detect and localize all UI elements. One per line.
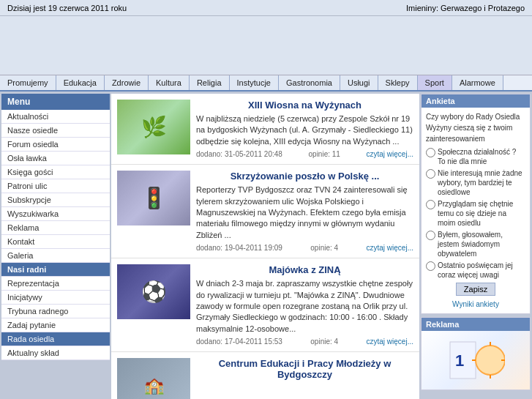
nav-tabs: Promujemy Edukacja Zdrowie Kultura Relig…: [0, 75, 532, 92]
sidebar-item-osla-lawka[interactable]: Osła ławka: [1, 152, 110, 165]
article-2-text: Reporterzy TVP Bydgoszcz oraz TVN 24 zai…: [196, 184, 413, 241]
svg-point-2: [476, 346, 505, 375]
ankieta-option-2: Przyglądam się chętnie temu co się dziej…: [426, 199, 525, 228]
article-3-opinions: opinie: 4: [310, 338, 338, 346]
sidebar-item-reklama[interactable]: Reklama: [1, 221, 110, 235]
ankieta-body: Czy wybory do Rady Osiedla Wyżyny cieszą…: [422, 108, 530, 313]
sidebar-item-ksiega-gosci[interactable]: Księga gości: [1, 165, 110, 179]
article-2-thumb: 🚦: [117, 171, 190, 225]
article-3-meta: dodano: 17-04-2011 15:53 opinie: 4 czyta…: [196, 338, 413, 346]
tab-uslugi[interactable]: Usługi: [340, 75, 378, 90]
article-3-title[interactable]: Majówka z ZINĄ: [196, 264, 413, 275]
sidebar-item-rada-osiedla[interactable]: Rada osiedla: [1, 332, 110, 346]
sidebar-item-reprezentacja[interactable]: Reprezentacja: [1, 277, 110, 291]
tab-promujemy[interactable]: Promujemy: [0, 75, 56, 90]
ankieta-radio-0[interactable]: [426, 148, 435, 157]
ankieta-radio-3[interactable]: [426, 231, 435, 240]
sidebar-item-subskrypcje[interactable]: Subskrypcje: [1, 193, 110, 207]
sidebar-item-aktualnosci[interactable]: Aktualności: [1, 110, 110, 124]
header-date-link[interactable]: 19 czerwca 2011 roku: [48, 4, 127, 12]
sidebar-item-patroni-ulic[interactable]: Patroni ulic: [1, 179, 110, 193]
reklama-widget: Reklama 1: [421, 317, 531, 390]
reklama-box[interactable]: 1: [422, 331, 530, 389]
header-nameday: Imieniny: Gerwazego i Protazego: [406, 4, 525, 12]
article-1-thumb: 🌿: [117, 100, 190, 154]
sidebar-item-zadaj-pytanie[interactable]: Zadaj pytanie: [1, 318, 110, 332]
ankieta-option-4: Ostatnio poświęcam jej coraz więcej uwag…: [426, 261, 525, 280]
ankieta-question: Czy wybory do Rady Osiedla Wyżyny cieszą…: [426, 111, 525, 144]
wyniki-link[interactable]: Wyniki ankiety: [426, 299, 525, 310]
article-1-thumb-img: 🌿: [117, 100, 190, 154]
article-2-meta: dodano: 19-04-2011 19:09 opinie: 4 czyta…: [196, 244, 413, 252]
article-4-title[interactable]: Centrum Edukacji i Pracy Młodzieży w Byd…: [196, 358, 413, 380]
sidebar-item-wyszukiwarka[interactable]: Wyszukiwarka: [1, 207, 110, 221]
article-3: ⚽ Majówka z ZINĄ W dniach 2-3 maja br. z…: [111, 258, 419, 352]
article-1-title[interactable]: XIII Wiosna na Wyżynach: [196, 100, 413, 111]
article-2: 🚦 Skrzyżowanie poszło w Polskę ... Repor…: [111, 165, 419, 258]
article-2-date: dodano: 19-04-2011 19:09: [196, 244, 282, 252]
ankieta-option-0: Społeczna działalność ? To nie dla mnie: [426, 147, 525, 166]
article-1: 🌿 XIII Wiosna na Wyżynach W najbliższą n…: [111, 94, 419, 165]
tab-religia[interactable]: Religia: [190, 75, 230, 90]
article-2-opinions: opinie: 4: [310, 244, 338, 252]
article-3-content: Majówka z ZINĄ W dniach 2-3 maja br. zap…: [196, 264, 413, 346]
content-area: 🌿 XIII Wiosna na Wyżynach W najbliższą n…: [111, 94, 419, 399]
article-2-read-more[interactable]: czytaj więcej...: [367, 244, 413, 252]
sidebar-menu-header: Menu: [1, 94, 110, 110]
nameday-link[interactable]: Gerwazego i Protazego: [441, 4, 525, 12]
article-3-thumb: ⚽: [117, 264, 190, 319]
article-4-content: Centrum Edukacji i Pracy Młodzieży w Byd…: [196, 358, 413, 399]
banner-area: [0, 16, 532, 75]
sidebar-item-kontakt[interactable]: Kontakt: [1, 235, 110, 249]
tab-gastronomia[interactable]: Gastronomia: [279, 75, 340, 90]
page-header: Dzisiaj jest 19 czerwca 2011 roku Imieni…: [0, 0, 532, 16]
svg-text:1: 1: [455, 351, 464, 370]
tab-zdrowie[interactable]: Zdrowie: [105, 75, 149, 90]
reklama-header: Reklama: [422, 318, 530, 331]
reklama-graphic: 1: [446, 338, 505, 382]
article-3-read-more[interactable]: czytaj więcej...: [367, 338, 413, 346]
article-3-text: W dniach 2-3 maja br. zapraszamy wszystk…: [196, 278, 413, 335]
sidebar-item-trybuna-radnego[interactable]: Trybuna radnego: [1, 305, 110, 318]
article-2-content: Skrzyżowanie poszło w Polskę ... Reporte…: [196, 171, 413, 252]
sidebar-item-galeria[interactable]: Galeria: [1, 249, 110, 263]
tab-alarmowe[interactable]: Alarmowe: [452, 75, 503, 90]
article-1-read-more[interactable]: czytaj więcej...: [367, 150, 413, 158]
article-1-opinions: opinie: 11: [309, 150, 340, 158]
ankieta-radio-2[interactable]: [426, 200, 435, 209]
ankieta-option-1: Nie interesują mnie żadne wybory, tym ba…: [426, 168, 525, 197]
article-1-content: XIII Wiosna na Wyżynach W najbliższą nie…: [196, 100, 413, 158]
article-3-date: dodano: 17-04-2011 15:53: [196, 338, 282, 346]
header-date: Dzisiaj jest 19 czerwca 2011 roku: [7, 4, 127, 12]
article-4: 🏫 Centrum Edukacji i Pracy Młodzieży w B…: [111, 352, 419, 399]
tab-edukacja[interactable]: Edukacja: [56, 75, 105, 90]
article-2-thumb-img: 🚦: [117, 171, 190, 225]
sidebar-item-nasze-osiedle[interactable]: Nasze osiedle: [1, 124, 110, 138]
main-container: Menu Aktualności Nasze osiedle Forum osi…: [0, 92, 532, 399]
sidebar-section-nasi-radni: Nasi radni: [1, 263, 110, 277]
sidebar-item-aktualny-sklad[interactable]: Aktualny skład: [1, 346, 110, 360]
ankieta-widget: Ankieta Czy wybory do Rady Osiedla Wyżyn…: [421, 94, 531, 314]
sidebar-item-inicjatywy[interactable]: Inicjatywy: [1, 291, 110, 305]
sidebar: Menu Aktualności Nasze osiedle Forum osi…: [1, 94, 110, 399]
article-2-title[interactable]: Skrzyżowanie poszło w Polskę ...: [196, 171, 413, 182]
sidebar-menu-section: Menu Aktualności Nasze osiedle Forum osi…: [1, 94, 110, 360]
tab-instytucje[interactable]: Instytucje: [230, 75, 279, 90]
article-4-thumb-img: 🏫: [117, 358, 190, 399]
article-4-thumb: 🏫: [117, 358, 190, 399]
ankieta-radio-4[interactable]: [426, 261, 435, 271]
zapisz-button[interactable]: Zapisz: [456, 283, 495, 296]
ankieta-header: Ankieta: [422, 94, 530, 108]
right-sidebar: Ankieta Czy wybory do Rady Osiedla Wyżyn…: [421, 94, 531, 399]
ankieta-radio-1[interactable]: [426, 169, 435, 179]
article-1-text: W najbliższą niedzielę (5 czerwca) przy …: [196, 113, 413, 147]
article-1-meta: dodano: 31-05-2011 20:48 opinie: 11 czyt…: [196, 150, 413, 158]
tab-sport[interactable]: Sport: [418, 75, 452, 90]
ankieta-option-3: Byłem, głosowałem, jestem świadomym obyw…: [426, 230, 525, 258]
article-1-date: dodano: 31-05-2011 20:48: [196, 150, 282, 158]
article-3-thumb-img: ⚽: [117, 264, 190, 319]
sidebar-item-forum-osiedla[interactable]: Forum osiedla: [1, 138, 110, 152]
tab-kultura[interactable]: Kultura: [149, 75, 190, 90]
tab-sklepy[interactable]: Sklepy: [378, 75, 418, 90]
